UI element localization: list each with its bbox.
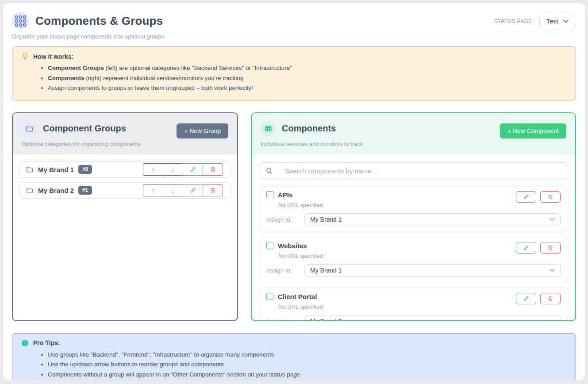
chevron-down-icon [563,19,569,23]
group-row: My Brand 2 #1 ↑ ↓ [19,182,231,199]
how-it-works-list: Component Groups (left) are optional cat… [21,63,567,93]
page-title: Components & Groups [35,14,163,28]
new-component-button[interactable]: + New Component [500,123,566,138]
pencil-icon [523,245,529,251]
arrow-up-icon: ↑ [151,166,155,173]
folder-icon [22,121,37,136]
pro-tip-item: Components without a group will appear i… [48,370,567,380]
group-name: My Brand 2 [38,187,74,194]
assigned-group-value: My Brand 1 [310,267,342,274]
components-panel: Components Individual services and monit… [251,112,576,321]
pro-tip-item: Use the up/down arrow buttons to reorder… [48,360,567,370]
edit-group-button[interactable] [183,163,203,176]
arrow-down-icon: ↓ [171,166,175,173]
component-groups-panel: Component Groups Optional categories for… [12,112,238,321]
assign-group-select[interactable]: My Brand 2 [304,315,561,321]
status-page-value: Test [546,17,558,25]
page-card: Components & Groups Organize your status… [3,3,585,380]
components-subtitle: Individual services and monitors to trac… [261,141,566,147]
assign-group-select[interactable]: My Brand 1 [304,264,561,277]
search-components-input[interactable] [278,163,567,180]
trash-icon [210,187,216,193]
components-body: APIs No URL specified Assign to: My Bran… [252,155,575,321]
edit-component-button[interactable] [516,293,536,304]
trash-icon [547,194,553,200]
pencil-icon [190,187,196,193]
component-checkbox[interactable] [266,191,273,198]
chevron-down-icon [550,269,555,272]
component-actions [516,293,561,304]
folder-icon [26,186,34,194]
new-group-button[interactable]: + New Group [177,123,228,138]
assign-to-label: Assign to: [266,267,299,274]
component-checkbox[interactable] [266,293,273,300]
component-groups-header: Component Groups Optional categories for… [13,113,237,155]
group-order-badge: #1 [78,186,92,195]
pencil-icon [523,296,529,302]
move-group-down-button[interactable]: ↓ [163,184,183,196]
edit-component-button[interactable] [516,191,536,203]
arrow-down-icon: ↓ [171,187,175,194]
pro-tip-item: Use groups like "Backend", "Frontend", "… [48,350,567,360]
how-it-works-box: How it works: Component Groups (left) ar… [12,46,576,100]
chevron-down-icon [550,218,555,221]
assigned-group-value: My Brand 2 [310,318,342,321]
search-icon [260,163,278,180]
component-groups-subtitle: Optional categories for organizing compo… [22,141,228,147]
folder-icon [26,165,34,173]
component-actions [516,191,561,203]
component-name: Websites [278,242,307,250]
assign-group-select[interactable]: My Brand 1 [304,213,561,226]
how-it-works-item: Assign components to groups or leave the… [48,83,567,93]
pro-tips-list: Use groups like "Backend", "Frontend", "… [21,350,567,380]
arrow-up-icon: ↑ [151,187,155,194]
component-card: Websites No URL specified Assign to: My … [260,237,567,283]
assign-to-label: Assign to: [266,318,299,321]
component-card: APIs No URL specified Assign to: My Bran… [260,186,567,232]
info-icon [21,339,29,347]
pro-tips-title: Pro Tips: [33,339,60,346]
group-row: My Brand 1 #0 ↑ ↓ [19,161,231,178]
trash-icon [547,245,553,251]
component-checkbox[interactable] [266,242,273,249]
group-actions: ↑ ↓ [143,163,223,176]
assigned-group-value: My Brand 1 [310,216,342,223]
delete-component-button[interactable] [540,293,561,304]
trash-icon [547,296,553,302]
group-name: My Brand 1 [38,166,74,173]
page-header: Components & Groups Organize your status… [12,12,576,40]
how-it-works-item: Components (right) represent individual … [48,73,567,84]
components-header: Components Individual services and monit… [252,113,575,155]
delete-component-button[interactable] [540,242,561,253]
pencil-icon [190,166,196,173]
how-it-works-item: Component Groups (left) are optional cat… [48,63,567,73]
delete-component-button[interactable] [540,191,561,203]
table-grid-icon [261,121,276,136]
edit-group-button[interactable] [183,184,203,196]
component-actions [516,242,561,253]
pencil-icon [523,194,529,200]
pro-tips-box: Pro Tips: Use groups like "Backend", "Fr… [12,333,576,380]
group-list: My Brand 1 #0 ↑ ↓ My Brand 2 #1 [13,155,237,320]
component-groups-title: Component Groups [43,123,126,134]
component-name: APIs [278,191,292,199]
how-it-works-title: How it works: [33,53,73,60]
component-card: Client Portal No URL specified Assign to… [260,288,567,321]
status-page-select[interactable]: Test [539,13,575,29]
component-url-note: No URL specified [278,303,323,310]
edit-component-button[interactable] [516,242,536,253]
move-group-up-button[interactable]: ↑ [143,163,163,176]
assign-to-label: Assign to: [266,216,299,223]
delete-group-button[interactable] [203,184,223,196]
move-group-up-button[interactable]: ↑ [143,184,163,196]
chevron-down-icon [550,319,555,321]
component-search-bar [260,162,567,180]
component-name: Client Portal [278,293,317,300]
component-url-note: No URL specified [278,253,323,259]
page-subtitle: Organize your status page components int… [12,33,576,40]
components-title: Components [282,123,336,134]
move-group-down-button[interactable]: ↓ [163,163,183,176]
component-url-note: No URL specified [278,202,323,208]
delete-group-button[interactable] [203,163,223,176]
components-grid-icon [12,12,29,29]
